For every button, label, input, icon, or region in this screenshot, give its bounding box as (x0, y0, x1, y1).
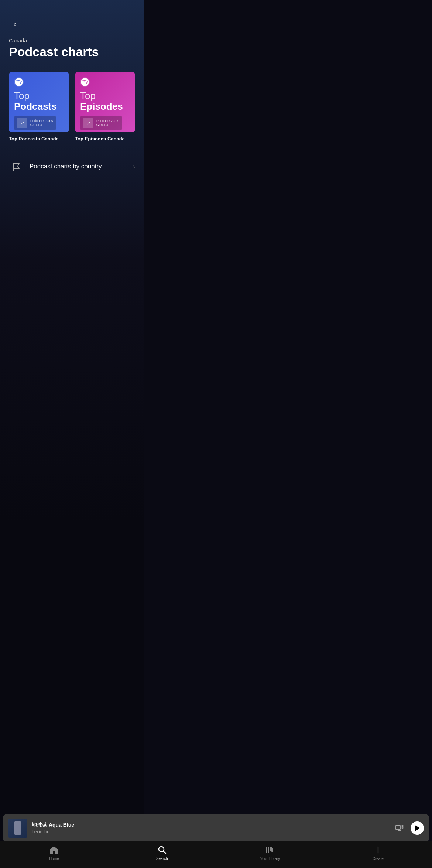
top-episodes-image: Top Episodes ↗ Podcast Charts Canada (75, 72, 135, 132)
track-artist: Lexie Liu (32, 829, 144, 834)
badge-line2-2: Canada (96, 123, 119, 127)
top-episodes-label: Top Episodes Canada (75, 136, 135, 141)
top-episodes-badge: ↗ Podcast Charts Canada (80, 116, 122, 130)
top-episodes-bottom-text: Episodes (80, 101, 130, 112)
bottom-nav: Home Search Your Library Create (0, 841, 144, 868)
home-icon (49, 845, 59, 855)
track-title: 地球蓝 Aqua Blue (32, 822, 144, 828)
badge-line1-2: Podcast Charts (96, 119, 119, 123)
now-playing-bar[interactable]: 地球蓝 Aqua Blue Lexie Liu (3, 814, 144, 842)
subtitle: Canada (9, 38, 135, 44)
top-episodes-top-text: Top (80, 90, 130, 101)
chevron-right-icon: › (133, 163, 135, 171)
top-podcasts-badge: ↗ Podcast Charts Canada (14, 116, 56, 130)
back-button[interactable]: ‹ (9, 18, 21, 30)
nav-item-home[interactable]: Home (43, 845, 65, 861)
album-art (8, 819, 27, 838)
top-podcasts-top-text: Top (14, 90, 64, 101)
badge-line1: Podcast Charts (30, 119, 53, 123)
section-label: Podcast charts by country (30, 163, 133, 170)
top-episodes-card[interactable]: Top Episodes ↗ Podcast Charts Canada Top… (75, 72, 135, 141)
home-label: Home (49, 857, 59, 861)
top-podcasts-card[interactable]: Top Podcasts ↗ Podcast Charts Canada Top… (9, 72, 69, 141)
page-title: Podcast charts (9, 45, 135, 59)
badge-arrow-icon: ↗ (17, 118, 27, 128)
flag-icon (11, 161, 21, 172)
spotify-logo-icon (14, 77, 24, 87)
badge-arrow-icon-2: ↗ (83, 118, 93, 128)
top-podcasts-label: Top Podcasts Canada (9, 136, 69, 141)
track-info: 地球蓝 Aqua Blue Lexie Liu (32, 822, 144, 834)
top-podcasts-bottom-text: Podcasts (14, 101, 64, 112)
badge-line2: Canada (30, 123, 53, 127)
back-icon: ‹ (13, 20, 16, 29)
cards-grid: Top Podcasts ↗ Podcast Charts Canada Top… (9, 72, 135, 141)
top-podcasts-image: Top Podcasts ↗ Podcast Charts Canada (9, 72, 69, 132)
podcast-charts-by-country-row[interactable]: Podcast charts by country › (9, 153, 135, 180)
spotify-logo-icon-2 (80, 77, 90, 87)
